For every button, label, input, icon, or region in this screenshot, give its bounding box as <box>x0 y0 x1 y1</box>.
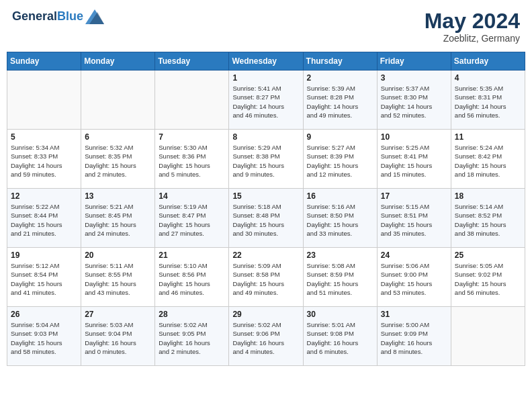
calendar-cell: 29Sunrise: 5:02 AMSunset: 9:06 PMDayligh… <box>229 307 303 366</box>
day-info: Sunrise: 5:41 AMSunset: 8:27 PMDaylight:… <box>232 84 299 120</box>
calendar-cell: 21Sunrise: 5:10 AMSunset: 8:56 PMDayligh… <box>155 248 229 307</box>
day-info: Sunrise: 5:32 AMSunset: 8:35 PMDaylight:… <box>85 143 151 179</box>
calendar-cell: 7Sunrise: 5:30 AMSunset: 8:36 PMDaylight… <box>155 130 229 189</box>
day-info: Sunrise: 5:37 AMSunset: 8:30 PMDaylight:… <box>381 84 447 120</box>
calendar-cell <box>7 71 81 130</box>
calendar-cell <box>451 307 525 366</box>
day-number: 21 <box>159 250 225 260</box>
day-info: Sunrise: 5:25 AMSunset: 8:41 PMDaylight:… <box>381 143 447 179</box>
location-title: Zoeblitz, Germany <box>425 33 520 44</box>
day-number: 25 <box>455 250 521 260</box>
logo-text: GeneralBlue <box>12 10 83 24</box>
day-number: 22 <box>232 250 299 260</box>
day-info: Sunrise: 5:14 AMSunset: 8:52 PMDaylight:… <box>455 202 521 238</box>
day-number: 26 <box>11 310 77 319</box>
calendar-cell: 15Sunrise: 5:18 AMSunset: 8:48 PMDayligh… <box>229 189 303 248</box>
calendar-cell: 22Sunrise: 5:09 AMSunset: 8:58 PMDayligh… <box>229 248 303 307</box>
calendar-cell: 14Sunrise: 5:19 AMSunset: 8:47 PMDayligh… <box>155 189 229 248</box>
day-info: Sunrise: 5:10 AMSunset: 8:56 PMDaylight:… <box>159 261 225 297</box>
weekday-header-row: SundayMondayTuesdayWednesdayThursdayFrid… <box>7 52 525 71</box>
day-info: Sunrise: 5:34 AMSunset: 8:33 PMDaylight:… <box>11 143 77 179</box>
day-number: 10 <box>381 132 447 142</box>
day-number: 2 <box>307 73 373 83</box>
calendar-cell: 26Sunrise: 5:04 AMSunset: 9:03 PMDayligh… <box>7 307 81 366</box>
weekday-header-thursday: Thursday <box>303 52 377 71</box>
day-number: 8 <box>232 132 299 142</box>
day-info: Sunrise: 5:12 AMSunset: 8:54 PMDaylight:… <box>11 261 77 297</box>
calendar-week-row: 19Sunrise: 5:12 AMSunset: 8:54 PMDayligh… <box>7 248 525 307</box>
calendar-cell: 19Sunrise: 5:12 AMSunset: 8:54 PMDayligh… <box>7 248 81 307</box>
calendar-week-row: 12Sunrise: 5:22 AMSunset: 8:44 PMDayligh… <box>7 189 525 248</box>
day-info: Sunrise: 5:09 AMSunset: 8:58 PMDaylight:… <box>232 261 299 297</box>
calendar-cell <box>81 71 155 130</box>
calendar-cell: 5Sunrise: 5:34 AMSunset: 8:33 PMDaylight… <box>7 130 81 189</box>
calendar-cell: 1Sunrise: 5:41 AMSunset: 8:27 PMDaylight… <box>229 71 303 130</box>
weekday-header-saturday: Saturday <box>451 52 525 71</box>
day-number: 11 <box>455 132 521 142</box>
day-info: Sunrise: 5:30 AMSunset: 8:36 PMDaylight:… <box>159 143 225 179</box>
day-info: Sunrise: 5:02 AMSunset: 9:06 PMDaylight:… <box>232 320 299 356</box>
day-number: 30 <box>307 310 373 319</box>
logo: GeneralBlue <box>12 9 104 24</box>
day-number: 23 <box>307 250 373 260</box>
calendar-week-row: 1Sunrise: 5:41 AMSunset: 8:27 PMDaylight… <box>7 71 525 130</box>
calendar-cell: 6Sunrise: 5:32 AMSunset: 8:35 PMDaylight… <box>81 130 155 189</box>
calendar-cell: 25Sunrise: 5:05 AMSunset: 9:02 PMDayligh… <box>451 248 525 307</box>
day-info: Sunrise: 5:21 AMSunset: 8:45 PMDaylight:… <box>85 202 151 238</box>
day-info: Sunrise: 5:24 AMSunset: 8:42 PMDaylight:… <box>455 143 521 179</box>
day-number: 4 <box>455 73 521 83</box>
day-number: 24 <box>381 250 447 260</box>
day-info: Sunrise: 5:29 AMSunset: 8:38 PMDaylight:… <box>232 143 299 179</box>
day-number: 16 <box>307 191 373 201</box>
day-number: 13 <box>85 191 151 201</box>
day-number: 18 <box>455 191 521 201</box>
day-number: 29 <box>232 310 299 319</box>
calendar-cell: 27Sunrise: 5:03 AMSunset: 9:04 PMDayligh… <box>81 307 155 366</box>
day-info: Sunrise: 5:35 AMSunset: 8:31 PMDaylight:… <box>455 84 521 120</box>
day-info: Sunrise: 5:11 AMSunset: 8:55 PMDaylight:… <box>85 261 151 297</box>
day-info: Sunrise: 5:22 AMSunset: 8:44 PMDaylight:… <box>11 202 77 238</box>
day-number: 3 <box>381 73 447 83</box>
weekday-header-tuesday: Tuesday <box>155 52 229 71</box>
calendar-cell: 3Sunrise: 5:37 AMSunset: 8:30 PMDaylight… <box>377 71 451 130</box>
calendar-cell: 10Sunrise: 5:25 AMSunset: 8:41 PMDayligh… <box>377 130 451 189</box>
calendar-cell: 13Sunrise: 5:21 AMSunset: 8:45 PMDayligh… <box>81 189 155 248</box>
day-info: Sunrise: 5:04 AMSunset: 9:03 PMDaylight:… <box>11 320 77 356</box>
weekday-header-sunday: Sunday <box>7 52 81 71</box>
day-info: Sunrise: 5:08 AMSunset: 8:59 PMDaylight:… <box>307 261 373 297</box>
day-number: 12 <box>11 191 77 201</box>
title-block: May 2024 Zoeblitz, Germany <box>425 9 520 44</box>
day-number: 28 <box>159 310 225 319</box>
day-info: Sunrise: 5:27 AMSunset: 8:39 PMDaylight:… <box>307 143 373 179</box>
day-info: Sunrise: 5:05 AMSunset: 9:02 PMDaylight:… <box>455 261 521 297</box>
calendar-cell: 11Sunrise: 5:24 AMSunset: 8:42 PMDayligh… <box>451 130 525 189</box>
day-number: 6 <box>85 132 151 142</box>
day-number: 27 <box>85 310 151 319</box>
day-info: Sunrise: 5:00 AMSunset: 9:09 PMDaylight:… <box>381 320 447 356</box>
day-info: Sunrise: 5:01 AMSunset: 9:08 PMDaylight:… <box>307 320 373 356</box>
day-number: 20 <box>85 250 151 260</box>
calendar-cell: 16Sunrise: 5:16 AMSunset: 8:50 PMDayligh… <box>303 189 377 248</box>
calendar-cell: 18Sunrise: 5:14 AMSunset: 8:52 PMDayligh… <box>451 189 525 248</box>
calendar-cell: 4Sunrise: 5:35 AMSunset: 8:31 PMDaylight… <box>451 71 525 130</box>
logo-icon <box>85 9 104 24</box>
calendar-cell: 17Sunrise: 5:15 AMSunset: 8:51 PMDayligh… <box>377 189 451 248</box>
day-info: Sunrise: 5:02 AMSunset: 9:05 PMDaylight:… <box>159 320 225 356</box>
day-info: Sunrise: 5:15 AMSunset: 8:51 PMDaylight:… <box>381 202 447 238</box>
calendar-cell <box>155 71 229 130</box>
weekday-header-wednesday: Wednesday <box>229 52 303 71</box>
day-number: 5 <box>11 132 77 142</box>
day-number: 15 <box>232 191 299 201</box>
day-number: 1 <box>232 73 299 83</box>
calendar-cell: 9Sunrise: 5:27 AMSunset: 8:39 PMDaylight… <box>303 130 377 189</box>
calendar-table: SundayMondayTuesdayWednesdayThursdayFrid… <box>7 52 525 366</box>
day-info: Sunrise: 5:18 AMSunset: 8:48 PMDaylight:… <box>232 202 299 238</box>
calendar-cell: 2Sunrise: 5:39 AMSunset: 8:28 PMDaylight… <box>303 71 377 130</box>
weekday-header-monday: Monday <box>81 52 155 71</box>
day-number: 9 <box>307 132 373 142</box>
calendar-cell: 23Sunrise: 5:08 AMSunset: 8:59 PMDayligh… <box>303 248 377 307</box>
day-number: 17 <box>381 191 447 201</box>
day-number: 31 <box>381 310 447 319</box>
day-info: Sunrise: 5:19 AMSunset: 8:47 PMDaylight:… <box>159 202 225 238</box>
day-number: 14 <box>159 191 225 201</box>
